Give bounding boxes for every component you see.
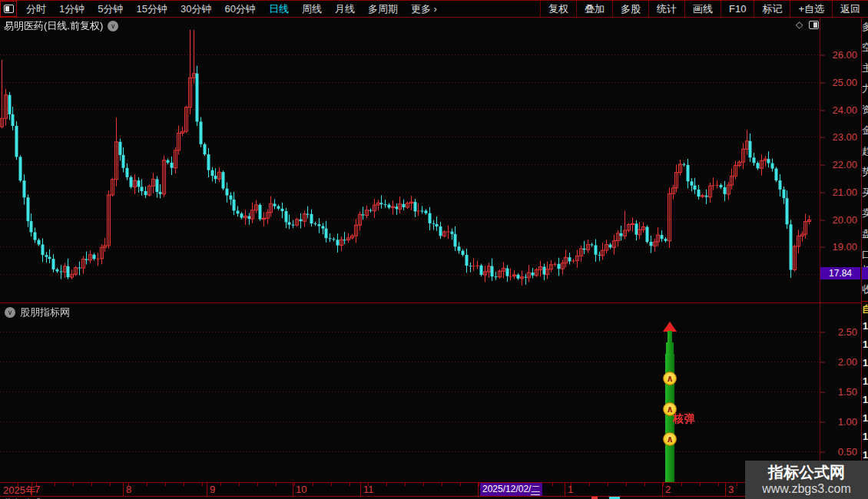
toolbar-button[interactable]: 返回 bbox=[832, 1, 868, 17]
period-tab[interactable]: 周线 bbox=[302, 2, 322, 16]
selected-date: 2025/12/02/ bbox=[482, 484, 531, 494]
watermark-title: 指标公式网 bbox=[768, 463, 845, 481]
period-tab[interactable]: 日线 bbox=[269, 2, 289, 16]
clipped-glyph: 势 bbox=[862, 167, 868, 177]
clipped-glyph: 口 bbox=[862, 250, 868, 260]
period-tab[interactable]: 多周期 bbox=[368, 2, 398, 16]
period-tabs: 分时1分钟5分钟15分钟30分钟60分钟日线周线月线多周期 bbox=[17, 2, 398, 16]
month-label: 10 bbox=[296, 484, 306, 495]
clipped-glyph: 多 bbox=[862, 21, 868, 32]
price-axis-label: 24.00 bbox=[822, 104, 857, 116]
period-tab[interactable]: 60分钟 bbox=[224, 2, 255, 16]
clipped-glyph: 卖 bbox=[862, 208, 868, 219]
clipped-glyph: 盘 bbox=[862, 229, 868, 240]
clipped-glyph: 空 bbox=[862, 42, 868, 53]
split-window-icon bbox=[4, 5, 14, 13]
clipped-glyph: 买 bbox=[862, 187, 868, 198]
period-tab[interactable]: 30分钟 bbox=[181, 2, 211, 16]
more-menu[interactable]: 更多 › bbox=[411, 2, 437, 16]
site-watermark: 指标公式网 www.zbgs3.com bbox=[745, 461, 868, 499]
month-divider bbox=[207, 482, 207, 497]
clipped-digit: 1 bbox=[863, 339, 868, 350]
clipped-glyph: 力 bbox=[862, 84, 868, 94]
chevron-up-marker-icon: ∧ bbox=[663, 372, 677, 385]
month-divider bbox=[662, 482, 663, 497]
pane-split-icon[interactable] bbox=[809, 21, 819, 29]
signal-label: 核弹 bbox=[673, 412, 696, 426]
month-label: 7 bbox=[35, 484, 40, 495]
selected-weekday: 二 bbox=[531, 484, 540, 495]
clipped-digit: 1 bbox=[863, 431, 868, 442]
month-divider bbox=[293, 482, 293, 497]
toolbar-button[interactable]: +自选 bbox=[790, 1, 832, 17]
month-divider bbox=[31, 482, 32, 497]
current-price-badge: 17.84 bbox=[820, 267, 860, 279]
clipped-digit: 1 bbox=[863, 358, 868, 368]
indicator-axis-label: 1.50 bbox=[822, 386, 857, 398]
clipped-glyph: 收 bbox=[862, 284, 868, 295]
month-label: 3 bbox=[728, 484, 734, 495]
indicator-axis-label: 2.00 bbox=[822, 356, 857, 368]
month-label: 8 bbox=[126, 484, 131, 495]
price-axis-label: 26.00 bbox=[822, 49, 857, 61]
clipped-glyph: 趋 bbox=[862, 146, 868, 157]
clipped-right-panel: 多空主力资金趋势买卖盘口持收 自 11111111 bbox=[861, 18, 868, 461]
rocket-column-tip bbox=[668, 331, 672, 342]
toolbar-button[interactable]: 统计 bbox=[648, 1, 684, 17]
clipped-glyph: 金 bbox=[862, 125, 868, 136]
clipped-glyph: 资 bbox=[862, 104, 868, 115]
toolbar-button[interactable]: 画线 bbox=[684, 1, 721, 17]
clipped-digit: 1 bbox=[863, 395, 868, 405]
indicator-axis-label: 1.00 bbox=[822, 416, 857, 428]
price-axis-label: 21.00 bbox=[822, 187, 857, 198]
price-axis-label: 20.00 bbox=[822, 214, 857, 226]
chart-title: 易明医药(日线.前复权) bbox=[4, 19, 103, 33]
period-tab[interactable]: 5分钟 bbox=[98, 2, 123, 16]
toolbar-button[interactable]: 叠加 bbox=[576, 1, 612, 17]
period-tab[interactable]: 15分钟 bbox=[136, 2, 167, 16]
month-label: 2 bbox=[665, 484, 671, 495]
watermark-url: www.zbgs3.com bbox=[762, 481, 851, 497]
period-tab[interactable]: 月线 bbox=[335, 2, 355, 16]
indicator-watermark-label: 股朋指标网 bbox=[20, 306, 70, 319]
clipped-glyph: 主 bbox=[862, 63, 868, 74]
price-axis-line bbox=[820, 18, 820, 496]
month-divider bbox=[360, 482, 361, 497]
toolbar-right-buttons: 复权叠加多股统计画线F10标记+自选返回 bbox=[540, 1, 868, 17]
month-divider bbox=[725, 482, 726, 497]
main-chart-canvas[interactable] bbox=[0, 18, 820, 302]
period-tab[interactable]: 1分钟 bbox=[59, 2, 84, 16]
diamond-icon[interactable]: ◇ bbox=[796, 20, 803, 29]
price-axis-label: 23.00 bbox=[822, 131, 857, 143]
chart-corner-icons: ◇ bbox=[796, 20, 819, 29]
rocket-column-mid bbox=[666, 342, 674, 354]
month-divider bbox=[565, 482, 565, 497]
period-tab[interactable]: 分时 bbox=[26, 2, 46, 16]
collapse-chevron-icon[interactable]: ∨ bbox=[5, 307, 15, 318]
month-label: 11 bbox=[363, 484, 374, 495]
selected-date-badge: 2025/12/02/二 bbox=[480, 483, 542, 496]
clipped-divider bbox=[862, 301, 868, 302]
trading-app-window: 分时1分钟5分钟15分钟30分钟60分钟日线周线月线多周期 更多 › 复权叠加多… bbox=[0, 0, 868, 499]
month-label: 1 bbox=[568, 484, 573, 495]
indicator-panel-canvas[interactable] bbox=[0, 303, 820, 482]
clipped-digit: 1 bbox=[863, 321, 868, 332]
price-axis-label: 25.00 bbox=[822, 77, 857, 88]
chart-title-row: 易明医药(日线.前复权) ∨ bbox=[4, 19, 118, 33]
collapse-chevron-icon[interactable]: ∨ bbox=[108, 21, 118, 31]
month-divider bbox=[123, 482, 124, 497]
month-divider bbox=[478, 482, 479, 497]
month-label: 9 bbox=[210, 484, 215, 495]
toolbar-button[interactable]: F10 bbox=[721, 1, 754, 17]
toolbar-button[interactable]: 复权 bbox=[540, 1, 576, 17]
toolbar-button[interactable]: 标记 bbox=[754, 1, 790, 17]
top-toolbar: 分时1分钟5分钟15分钟30分钟60分钟日线周线月线多周期 更多 › 复权叠加多… bbox=[0, 0, 868, 18]
indicator-axis-label: 0.50 bbox=[822, 446, 857, 458]
indicator-axis-label: 2.50 bbox=[822, 326, 857, 338]
indicator-header: ∨ 股朋指标网 bbox=[5, 306, 70, 319]
year-label: 2025年 bbox=[3, 484, 35, 497]
toolbar-button[interactable]: 多股 bbox=[612, 1, 648, 17]
clipped-digit: 1 bbox=[863, 376, 868, 387]
chevron-up-marker-icon: ∧ bbox=[663, 432, 677, 446]
layout-toggle-button[interactable] bbox=[0, 1, 17, 17]
